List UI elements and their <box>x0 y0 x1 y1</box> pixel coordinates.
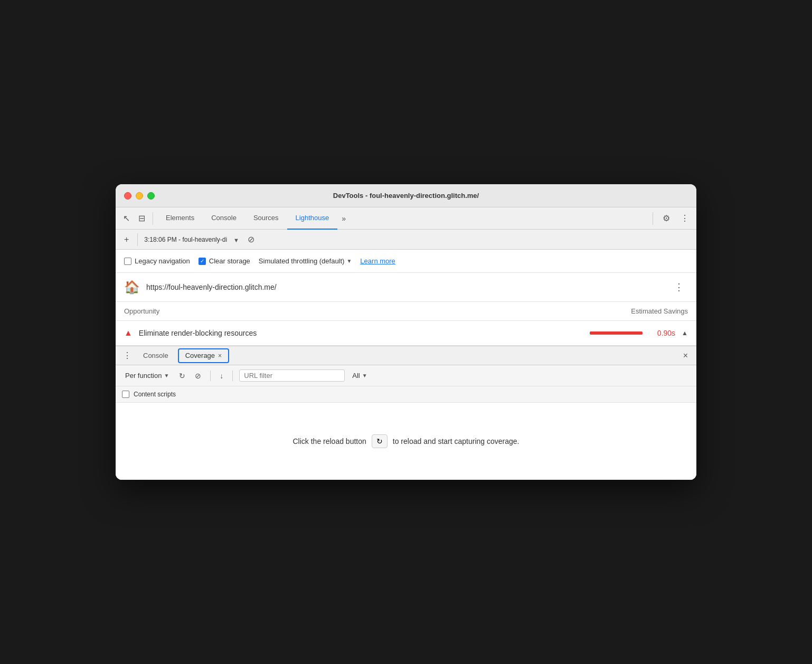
throttle-dropdown-icon: ▼ <box>346 258 352 264</box>
url-timestamp: 3:18:06 PM - foul-heavenly-di <box>144 236 227 243</box>
settings-icon: ⚙ <box>663 213 670 223</box>
close-icon: × <box>683 351 688 360</box>
reload-icon: ↻ <box>179 372 185 380</box>
estimated-savings-label: Estimated Savings <box>631 307 688 315</box>
cursor-tool-button[interactable]: ↖ <box>120 211 133 225</box>
inline-reload-icon: ↻ <box>376 437 383 445</box>
toolbar-right: ⚙ ⋮ <box>650 211 692 225</box>
lighthouse-url-text: https://foul-heavenly-direction.glitch.m… <box>146 283 664 291</box>
more-vertical-icon: ⋮ <box>681 213 689 223</box>
tab-lighthouse[interactable]: Lighthouse <box>287 207 338 230</box>
tab-sources[interactable]: Sources <box>245 207 287 230</box>
url-dropdown-button[interactable]: ▼ <box>231 234 241 245</box>
reload-message: Click the reload button ↻ to reload and … <box>292 434 519 448</box>
savings-value: 0.90s <box>649 329 675 337</box>
coverage-toolbar: Per function ▼ ↻ ⊘ ↓ All ▼ <box>116 365 696 386</box>
dropdown-arrow-icon: ▼ <box>233 237 239 243</box>
render-blocking-row: ▲ Eliminate render-blocking resources 0.… <box>116 321 696 346</box>
block-icon: ⊘ <box>248 235 254 244</box>
coverage-empty-state: Click the reload button ↻ to reload and … <box>116 403 696 480</box>
opportunity-label: Opportunity <box>124 307 159 315</box>
content-scripts-checkbox[interactable] <box>122 391 129 398</box>
coverage-tab-close-icon[interactable]: × <box>218 352 222 359</box>
block-icon-button[interactable]: ⊘ <box>246 233 257 245</box>
settings-button[interactable]: ⚙ <box>659 211 673 225</box>
coverage-divider-1 <box>210 371 211 381</box>
add-button[interactable]: + <box>122 234 131 245</box>
coverage-download-button[interactable]: ↓ <box>217 370 226 382</box>
url-filter-input[interactable] <box>239 369 345 382</box>
legacy-navigation-label[interactable]: Legacy navigation <box>124 257 190 265</box>
content-scripts-row: Content scripts <box>116 386 696 403</box>
per-function-dropdown-icon: ▼ <box>164 373 169 378</box>
coverage-divider-2 <box>232 371 233 381</box>
render-blocking-text: Eliminate render-blocking resources <box>139 329 583 337</box>
opportunity-header: Opportunity Estimated Savings <box>116 302 696 321</box>
minimize-traffic-light[interactable] <box>136 192 143 200</box>
learn-more-link[interactable]: Learn more <box>360 257 395 265</box>
main-tab-nav: Elements Console Sources Lighthouse » <box>157 207 350 230</box>
coverage-reload-button[interactable]: ↻ <box>176 370 188 382</box>
main-toolbar: ↖ ⊟ Elements Console Sources Lighthouse … <box>116 207 696 230</box>
url-bar-divider <box>137 233 138 246</box>
more-options-button[interactable]: ⋮ <box>677 211 692 225</box>
cursor-icon: ↖ <box>123 213 130 223</box>
per-function-button[interactable]: Per function ▼ <box>122 370 172 381</box>
url-bar: + 3:18:06 PM - foul-heavenly-di ▼ ⊘ <box>116 230 696 250</box>
warning-triangle-icon: ▲ <box>124 328 133 338</box>
lighthouse-more-button[interactable]: ⋮ <box>670 279 688 295</box>
bottom-tab-coverage[interactable]: Coverage × <box>178 348 229 363</box>
clear-storage-checkbox[interactable]: ✓ <box>199 258 206 265</box>
device-toggle-button[interactable]: ⊟ <box>135 211 148 225</box>
legacy-navigation-checkbox[interactable] <box>124 258 131 265</box>
toolbar-divider-1 <box>153 212 153 225</box>
plus-icon: + <box>124 235 129 244</box>
toolbar-divider-2 <box>653 212 653 225</box>
throttling-label: Simulated throttling (default) ▼ <box>259 257 352 265</box>
tab-more-button[interactable]: » <box>337 214 350 223</box>
devtools-window: DevTools - foul-heavenly-direction.glitc… <box>116 184 696 480</box>
all-filter-dropdown-icon: ▼ <box>362 373 367 378</box>
download-icon: ↓ <box>220 372 223 380</box>
savings-bar <box>590 331 643 335</box>
bottom-panel-close-button[interactable]: × <box>679 349 692 363</box>
window-title: DevTools - foul-heavenly-direction.glitc… <box>333 192 479 200</box>
all-filter-button[interactable]: All ▼ <box>349 370 370 381</box>
bottom-panel: ⋮ Console Coverage × × Per function ▼ ↻ … <box>116 346 696 480</box>
close-traffic-light[interactable] <box>124 192 131 200</box>
more-vertical-icon-2: ⋮ <box>674 282 684 292</box>
clear-storage-label[interactable]: ✓ Clear storage <box>199 257 250 265</box>
lighthouse-logo-icon: 🏠 <box>124 280 140 295</box>
traffic-lights <box>124 192 155 200</box>
lighthouse-options-bar: Legacy navigation ✓ Clear storage Simula… <box>116 250 696 273</box>
tab-elements[interactable]: Elements <box>157 207 203 230</box>
lighthouse-url-row: 🏠 https://foul-heavenly-direction.glitch… <box>116 273 696 302</box>
bottom-tab-console[interactable]: Console <box>137 346 175 365</box>
bottom-tab-bar: ⋮ Console Coverage × × <box>116 346 696 365</box>
title-bar: DevTools - foul-heavenly-direction.glitc… <box>116 184 696 207</box>
collapse-icon[interactable]: ▲ <box>682 329 688 337</box>
tab-console[interactable]: Console <box>203 207 245 230</box>
maximize-traffic-light[interactable] <box>147 192 155 200</box>
coverage-clear-button[interactable]: ⊘ <box>192 370 204 382</box>
device-icon: ⊟ <box>138 213 145 223</box>
content-scripts-label: Content scripts <box>134 391 176 398</box>
checkmark-icon: ✓ <box>200 258 204 264</box>
clear-icon: ⊘ <box>195 372 201 380</box>
inline-reload-button[interactable]: ↻ <box>372 434 388 448</box>
bottom-tab-more-button[interactable]: ⋮ <box>120 348 135 363</box>
